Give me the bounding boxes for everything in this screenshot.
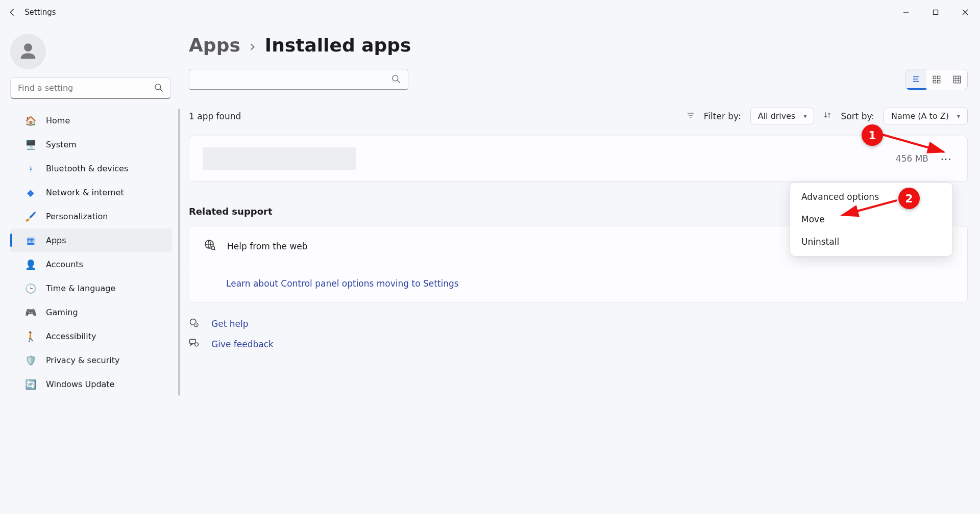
filter-icon <box>687 111 695 121</box>
footer-links: ? Get help Give feedback <box>189 318 968 350</box>
sidebar-item-label: Personalization <box>46 212 108 221</box>
filter-select[interactable]: All drives ▾ <box>750 108 815 124</box>
app-size: 456 MB <box>896 153 928 164</box>
help-from-web-title: Help from the web <box>227 241 308 251</box>
sort-icon <box>823 111 831 121</box>
search-icon <box>154 83 164 95</box>
annotation-1-badge: 1 <box>862 124 883 146</box>
nav-icon: 🎮 <box>24 307 37 318</box>
app-context-menu: Advanced optionsMoveUninstall <box>790 182 953 256</box>
sidebar-item-label: Home <box>46 116 70 125</box>
sidebar-item-system[interactable]: 🖥️System <box>10 133 172 156</box>
svg-rect-13 <box>933 81 936 83</box>
context-menu-move[interactable]: Move <box>790 208 952 230</box>
back-button[interactable] <box>0 8 24 17</box>
view-grid-button[interactable] <box>947 69 967 90</box>
app-more-button[interactable]: ⋯ <box>939 151 954 166</box>
app-search[interactable] <box>189 69 408 90</box>
control-panel-link[interactable]: Learn about Control panel options moving… <box>226 278 459 289</box>
sidebar-nav: 🏠Home🖥️SystemᚼBluetooth & devices◆Networ… <box>0 109 181 396</box>
avatar <box>10 34 46 69</box>
maximize-icon <box>933 9 939 15</box>
view-list-button[interactable] <box>906 69 926 90</box>
sort-value: Name (A to Z) <box>891 111 949 121</box>
sidebar-item-home[interactable]: 🏠Home <box>10 109 172 132</box>
svg-line-7 <box>398 81 400 83</box>
nav-icon: 🕒 <box>24 283 37 294</box>
sidebar: 🏠Home🖥️SystemᚼBluetooth & devices◆Networ… <box>0 30 181 514</box>
find-setting-search[interactable] <box>10 78 171 99</box>
nav-icon: 🛡️ <box>24 355 37 366</box>
breadcrumb-parent[interactable]: Apps <box>189 35 240 56</box>
svg-rect-12 <box>938 76 940 79</box>
nav-icon: 🏠 <box>24 115 37 126</box>
sidebar-item-label: Apps <box>46 236 66 245</box>
main-content: Apps › Installed apps 1 app found Filter… <box>189 30 968 514</box>
window-controls <box>891 0 980 24</box>
sort-label: Sort by: <box>841 111 874 121</box>
sidebar-item-personalization[interactable]: 🖌️Personalization <box>10 204 172 228</box>
sidebar-item-label: Bluetooth & devices <box>46 164 128 173</box>
filter-label: Filter by: <box>704 111 741 121</box>
get-help-icon: ? <box>189 318 200 330</box>
annotation-2-badge: 2 <box>898 188 920 209</box>
chevron-down-icon: ▾ <box>957 113 960 120</box>
sidebar-item-label: Time & language <box>46 284 115 293</box>
grid-view-icon <box>952 75 962 84</box>
svg-rect-15 <box>953 76 961 83</box>
sidebar-item-network-internet[interactable]: ◆Network & internet <box>10 181 172 204</box>
tile-view-icon <box>932 75 941 84</box>
svg-rect-11 <box>933 76 936 79</box>
feedback-icon <box>189 338 200 350</box>
annotation-1-label: 1 <box>868 129 876 142</box>
svg-point-24 <box>211 246 214 249</box>
nav-icon: 🚶 <box>24 331 37 342</box>
nav-icon: 🖥️ <box>24 139 37 150</box>
view-toggle <box>905 69 968 90</box>
more-horizontal-icon: ⋯ <box>940 152 952 165</box>
context-menu-uninstall[interactable]: Uninstall <box>790 230 952 253</box>
nav-icon: ᚼ <box>24 163 37 174</box>
svg-rect-1 <box>934 10 938 15</box>
app-name-redacted <box>203 147 356 170</box>
svg-rect-29 <box>190 340 196 344</box>
sidebar-item-gaming[interactable]: 🎮Gaming <box>10 300 172 324</box>
page-title: Installed apps <box>265 35 411 56</box>
minimize-button[interactable] <box>891 0 921 24</box>
sidebar-item-accounts[interactable]: 👤Accounts <box>10 252 172 276</box>
maximize-button[interactable] <box>921 0 950 24</box>
user-account-row[interactable] <box>0 34 181 78</box>
view-tiles-button[interactable] <box>926 69 947 90</box>
results-count: 1 app found <box>189 111 241 121</box>
svg-line-5 <box>160 89 163 92</box>
toolbar <box>189 69 968 90</box>
svg-line-25 <box>214 249 216 251</box>
sidebar-item-apps[interactable]: ▦Apps <box>10 228 172 252</box>
svg-text:?: ? <box>195 324 197 327</box>
search-icon <box>391 74 401 86</box>
nav-icon: 🔄 <box>24 379 37 390</box>
context-menu-advanced-options[interactable]: Advanced options <box>790 186 952 208</box>
sidebar-item-bluetooth-devices[interactable]: ᚼBluetooth & devices <box>10 157 172 180</box>
nav-icon: 🖌️ <box>24 211 37 222</box>
sidebar-item-privacy-security[interactable]: 🛡️Privacy & security <box>10 348 172 372</box>
titlebar: Settings <box>0 0 980 24</box>
svg-point-4 <box>155 84 161 90</box>
svg-point-30 <box>195 343 199 346</box>
close-icon <box>962 9 968 15</box>
sidebar-item-windows-update[interactable]: 🔄Windows Update <box>10 372 172 396</box>
window-title: Settings <box>24 8 56 17</box>
sidebar-item-accessibility[interactable]: 🚶Accessibility <box>10 324 172 348</box>
sidebar-item-label: System <box>46 140 77 149</box>
sort-select[interactable]: Name (A to Z) ▾ <box>884 108 968 124</box>
give-feedback-link[interactable]: Give feedback <box>211 339 274 349</box>
chevron-right-icon: › <box>250 37 256 55</box>
app-search-input[interactable] <box>189 69 408 90</box>
get-help-link[interactable]: Get help <box>211 319 248 329</box>
close-button[interactable] <box>950 0 980 24</box>
breadcrumb: Apps › Installed apps <box>189 35 968 56</box>
find-setting-input[interactable] <box>10 78 171 99</box>
sidebar-item-label: Privacy & security <box>46 355 119 365</box>
sidebar-item-label: Accounts <box>46 260 83 269</box>
sidebar-item-time-language[interactable]: 🕒Time & language <box>10 276 172 300</box>
